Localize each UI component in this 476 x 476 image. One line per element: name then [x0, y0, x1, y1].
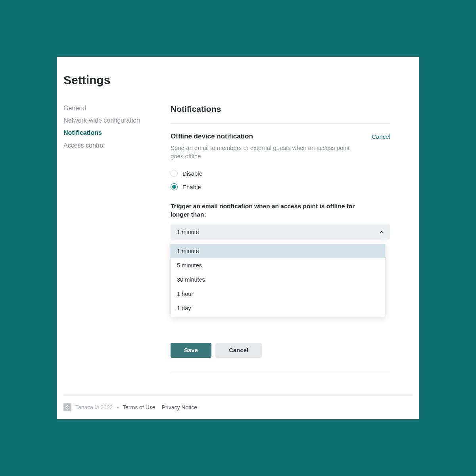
main-panel: Notifications Offline device notificatio… [171, 104, 419, 395]
radio-disable[interactable]: Disable [171, 170, 390, 177]
cancel-link[interactable]: Cancel [372, 132, 390, 140]
chevron-up-icon [379, 230, 384, 234]
footer-privacy-link[interactable]: Privacy Notice [162, 404, 197, 411]
offline-title: Offline device notification [171, 132, 253, 140]
subsection-header-row: Offline device notification Cancel [171, 132, 390, 144]
footer-terms-link[interactable]: Terms of Use [123, 404, 155, 411]
trigger-dropdown: 1 minute 5 minutes 30 minutes 1 hour 1 d… [171, 242, 385, 317]
page-title: Settings [57, 73, 419, 87]
radio-enable-label: Enable [182, 184, 201, 190]
save-button[interactable]: Save [171, 343, 211, 358]
columns: General Network-wide configuration Notif… [57, 104, 419, 395]
radio-enable[interactable]: Enable [171, 183, 390, 190]
section-title: Notifications [171, 104, 390, 114]
radio-dot-icon [172, 185, 176, 189]
radio-circle-icon [171, 170, 178, 177]
logo-icon [63, 403, 71, 411]
cancel-button[interactable]: Cancel [215, 343, 262, 358]
dropdown-option-5-minutes[interactable]: 5 minutes [171, 258, 385, 273]
trigger-select-value: 1 minute [177, 229, 199, 235]
radio-disable-label: Disable [182, 170, 202, 177]
settings-sidebar: General Network-wide configuration Notif… [57, 104, 171, 395]
trigger-label: Trigger an email notification when an ac… [171, 202, 365, 219]
sidebar-item-general[interactable]: General [63, 104, 171, 114]
offline-description: Send an email to members or external gue… [171, 144, 353, 160]
dropdown-option-1-minute[interactable]: 1 minute [171, 244, 385, 258]
dropdown-option-1-hour[interactable]: 1 hour [171, 287, 385, 301]
settings-page: Settings General Network-wide configurat… [57, 57, 419, 419]
footer: Tanaza © 2022 - Terms of Use Privacy Not… [57, 395, 419, 419]
sidebar-item-network-wide[interactable]: Network-wide configuration [63, 114, 171, 127]
divider [171, 123, 390, 124]
footer-separator: - [117, 404, 119, 411]
sidebar-item-access-control[interactable]: Access control [63, 139, 171, 152]
trigger-select[interactable]: 1 minute [171, 225, 390, 240]
sidebar-item-notifications[interactable]: Notifications [63, 127, 171, 139]
dropdown-option-1-day[interactable]: 1 day [171, 301, 385, 315]
action-buttons: Save Cancel [171, 343, 390, 358]
trigger-select-wrapper: 1 minute 1 minute 5 minutes 30 minutes 1… [171, 225, 390, 240]
footer-copyright: Tanaza © 2022 [75, 404, 113, 411]
radio-circle-selected-icon [171, 183, 178, 190]
dropdown-option-30-minutes[interactable]: 30 minutes [171, 273, 385, 287]
footer-wrap: Tanaza © 2022 - Terms of Use Privacy Not… [57, 395, 419, 419]
content-wrap: Settings General Network-wide configurat… [57, 57, 419, 395]
divider-bottom [171, 373, 390, 373]
